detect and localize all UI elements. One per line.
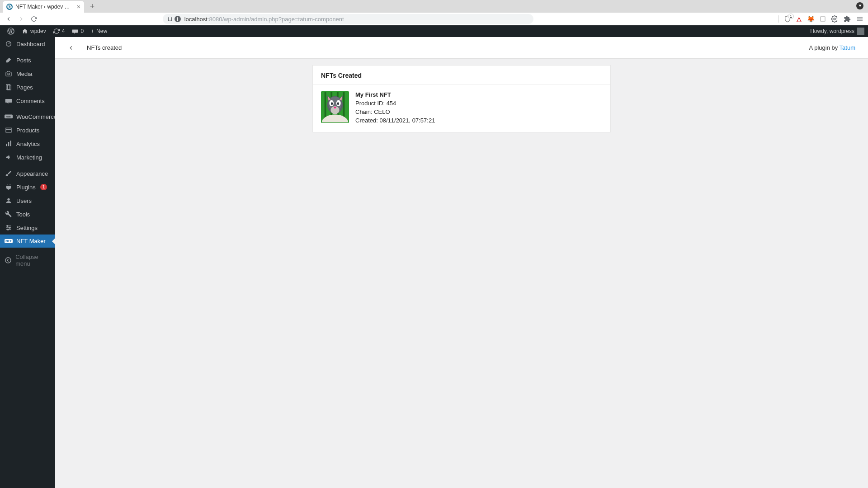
sidebar-label: Plugins: [16, 184, 36, 191]
nft-product-id: Product ID: 454: [355, 100, 435, 107]
sidebar-label: Analytics: [16, 141, 40, 147]
svg-point-21: [9, 227, 10, 229]
comments-icon: [5, 97, 13, 104]
pages-icon: [5, 84, 13, 91]
media-control-icon[interactable]: [856, 2, 863, 9]
settings-gear-icon[interactable]: [831, 15, 838, 23]
sidebar-item-posts[interactable]: Posts: [0, 53, 55, 67]
sidebar-item-comments[interactable]: Comments: [0, 94, 55, 108]
collapse-icon: [5, 257, 12, 264]
plus-icon: +: [91, 28, 94, 34]
tab-strip: NFT Maker ‹ wpdev — WordPre × +: [0, 0, 868, 13]
adminbar-account[interactable]: Howdy, wordpress: [810, 28, 864, 35]
sidebar-item-products[interactable]: Products: [0, 123, 55, 137]
svg-point-22: [7, 229, 9, 230]
nft-chain: Chain: CELO: [355, 108, 435, 115]
sidebar-label: Users: [16, 197, 32, 204]
svg-text:woo: woo: [6, 115, 11, 117]
browser-toolbar: i localhost:8080/wp-admin/admin.php?page…: [0, 13, 868, 25]
tab-close-icon[interactable]: ×: [77, 4, 80, 10]
back-button[interactable]: [68, 45, 74, 51]
browser-chrome: NFT Maker ‹ wpdev — WordPre × + i localh…: [0, 0, 868, 25]
nav-back-icon[interactable]: [5, 15, 13, 23]
avatar-icon: [857, 28, 864, 35]
svg-point-16: [7, 198, 9, 201]
adminbar-comments[interactable]: 0: [68, 25, 87, 37]
adminbar-new[interactable]: + New: [87, 25, 111, 37]
sidebar-label: WooCommerce: [16, 113, 55, 120]
appearance-icon: [5, 170, 13, 177]
card-heading: NFTs Created: [313, 66, 610, 85]
sidebar-item-dashboard[interactable]: Dashboard: [0, 37, 55, 51]
metamask-icon[interactable]: 🦊: [807, 15, 815, 23]
bookmark-icon[interactable]: [167, 16, 173, 22]
admin-sidebar: Dashboard Posts Media Pages Comments woo…: [0, 37, 55, 488]
tatum-link[interactable]: Tatum: [840, 44, 855, 51]
sidebar-label: Media: [16, 70, 32, 77]
sidebar-item-settings[interactable]: Settings: [0, 221, 55, 235]
posts-icon: [5, 56, 13, 64]
page-title: NFTs created: [87, 44, 122, 51]
svg-rect-15: [10, 141, 11, 146]
nav-forward-icon: [17, 15, 25, 23]
updates-icon: [53, 28, 60, 34]
comment-icon: [72, 28, 78, 34]
extensions-icon[interactable]: [844, 15, 851, 23]
sidebar-item-users[interactable]: Users: [0, 194, 55, 207]
svg-point-20: [7, 225, 8, 227]
sidebar-label: Settings: [16, 225, 38, 231]
sidebar-label: Posts: [16, 57, 31, 64]
separator: [778, 15, 778, 23]
browser-tab[interactable]: NFT Maker ‹ wpdev — WordPre ×: [3, 1, 84, 13]
sidebar-label: Products: [16, 127, 39, 134]
wp-admin-bar: wpdev 4 0 + New Howdy, wordpress: [0, 25, 868, 37]
sidebar-collapse[interactable]: Collapse menu: [0, 250, 55, 270]
sidebar-label: Marketing: [16, 154, 42, 161]
sidebar-item-analytics[interactable]: Analytics: [0, 137, 55, 150]
sidebar-item-marketing[interactable]: Marketing: [0, 150, 55, 164]
nft-icon: NFT: [5, 239, 13, 243]
sidebar-label: Tools: [16, 211, 30, 218]
plugin-attribution: A plugin by Tatum: [809, 44, 855, 51]
howdy-prefix: Howdy,: [810, 28, 829, 34]
sidebar-label: NFT Maker: [16, 238, 46, 244]
media-icon: [5, 70, 13, 77]
dashboard-icon: [5, 40, 13, 47]
sidebar-label: Pages: [16, 84, 33, 91]
sidebar-collapse-label: Collapse menu: [15, 253, 51, 267]
svg-rect-13: [6, 144, 7, 146]
users-icon: [5, 197, 13, 204]
adminbar-updates-count: 4: [62, 28, 65, 34]
svg-rect-11: [6, 128, 11, 132]
adminbar-site[interactable]: wpdev: [18, 25, 50, 37]
analytics-icon: [5, 140, 13, 147]
url-text: localhost:8080/wp-admin/admin.php?page=t…: [184, 16, 344, 23]
new-tab-button[interactable]: +: [87, 1, 98, 12]
sidebar-item-woocommerce[interactable]: wooWooCommerce: [0, 110, 55, 123]
sidebar-label: Dashboard: [16, 41, 45, 47]
page-header: NFTs created A plugin by Tatum: [55, 37, 868, 59]
woo-icon: woo: [5, 114, 13, 120]
sidebar-item-plugins[interactable]: Plugins1: [0, 180, 55, 194]
sidebar-item-media[interactable]: Media: [0, 67, 55, 80]
address-bar[interactable]: i localhost:8080/wp-admin/admin.php?page…: [163, 14, 533, 24]
sidebar-item-tools[interactable]: Tools: [0, 207, 55, 221]
svg-point-23: [5, 258, 11, 263]
marketing-icon: [5, 154, 13, 161]
extension-icon-1[interactable]: [820, 16, 826, 22]
sidebar-item-pages[interactable]: Pages: [0, 80, 55, 94]
wordpress-icon: [6, 4, 13, 10]
shield-icon[interactable]: 1: [784, 15, 791, 23]
plugin-update-badge: 1: [40, 184, 47, 190]
sidebar-item-appearance[interactable]: Appearance: [0, 167, 55, 180]
wp-logo-icon[interactable]: [4, 25, 18, 37]
hamburger-menu-icon[interactable]: [856, 15, 863, 23]
site-info-icon[interactable]: i: [175, 16, 181, 22]
reload-icon[interactable]: [30, 15, 38, 23]
sidebar-item-nftmaker[interactable]: NFTNFT Maker: [0, 235, 55, 248]
adminbar-updates[interactable]: 4: [50, 25, 69, 37]
adminbar-sitename: wpdev: [30, 28, 46, 34]
adminbar-comments-count: 0: [80, 28, 84, 34]
brave-triangle-icon[interactable]: △: [797, 15, 802, 23]
svg-point-37: [334, 107, 336, 108]
